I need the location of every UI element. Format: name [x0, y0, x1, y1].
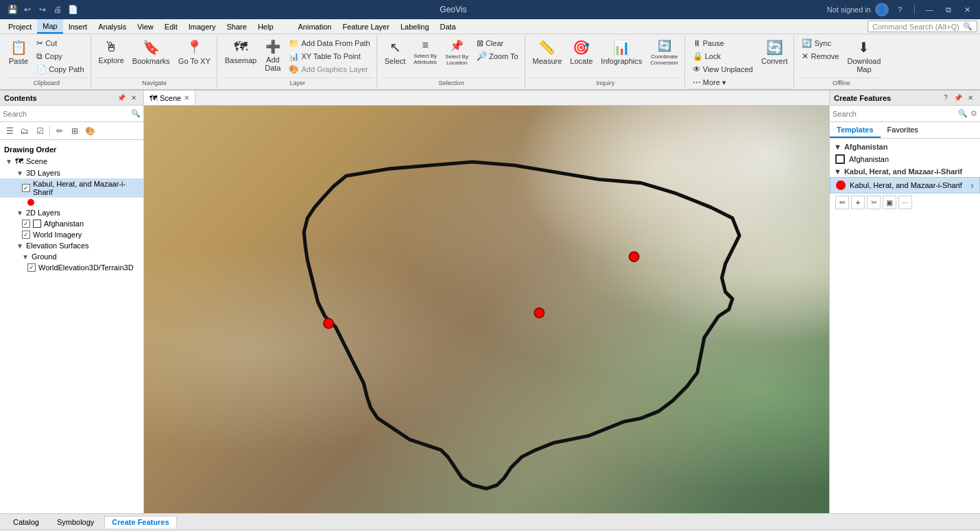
scene-tab[interactable]: 🗺 Scene ✕ — [144, 91, 195, 105]
terrain-layer-item[interactable]: WorldElevation3D/Terrain3D — [0, 262, 143, 273]
cf-shape-tool[interactable]: ▣ — [883, 196, 896, 209]
copy-button[interactable]: ⧉ Copy — [33, 50, 87, 62]
select-by-attributes-button[interactable]: ≡ Select ByAttributes — [410, 37, 440, 74]
xy-table-to-point-button[interactable]: 📊 XY Table To Point — [285, 50, 373, 62]
cf-cut-tool[interactable]: ✂ — [867, 196, 881, 209]
infographics-button[interactable]: 📊 Infographics — [597, 37, 645, 74]
cf-kabul-item[interactable]: Kabul, Herat, and Mazaar-i-Sharif › — [830, 177, 980, 193]
new-icon[interactable]: 📄 — [66, 3, 80, 16]
save-icon[interactable]: 💾 — [5, 3, 19, 16]
download-map-button[interactable]: ⬇ DownloadMap — [844, 37, 884, 74]
2d-layers-group[interactable]: ▼ 2D Layers — [0, 207, 143, 218]
new-group-layer-icon[interactable]: ⊞ — [68, 124, 82, 138]
sync-button[interactable]: 🔄 Sync — [798, 37, 842, 49]
cf-afghanistan-item[interactable]: Afghanistan — [830, 152, 980, 166]
cf-kabul-symbol — [836, 180, 846, 190]
menu-data[interactable]: Data — [435, 19, 462, 34]
view-unplaced-button[interactable]: 👁 View Unplaced — [689, 63, 756, 75]
help-button[interactable]: ? — [893, 3, 907, 16]
print-icon[interactable]: 🖨 — [51, 3, 64, 16]
world-imagery-layer-item[interactable]: World Imagery — [0, 229, 143, 240]
3d-layers-group[interactable]: ▼ 3D Layers — [0, 167, 143, 178]
select-by-location-button[interactable]: 📌 Select ByLocation — [442, 37, 472, 74]
contents-search-input[interactable] — [3, 110, 131, 118]
pin-icon[interactable]: 📌 — [116, 93, 127, 104]
go-to-xy-button[interactable]: 📍 Go To XY — [175, 37, 214, 74]
terrain-checkbox[interactable] — [27, 263, 36, 272]
explore-button[interactable]: 🖱 Explore — [95, 37, 128, 74]
elevation-surfaces-group[interactable]: ▼ Elevation Surfaces — [0, 240, 143, 251]
kabul-layer-checkbox[interactable] — [22, 184, 30, 192]
cf-close-button[interactable]: ✕ — [965, 93, 976, 104]
more-button[interactable]: ⋯ More ▾ — [689, 76, 756, 88]
menu-project[interactable]: Project — [3, 19, 37, 34]
symbology-icon[interactable]: 🎨 — [83, 124, 97, 138]
user-avatar[interactable]: 👤 — [875, 3, 889, 16]
ground-group[interactable]: ▼ Ground — [0, 251, 143, 262]
close-contents-button[interactable]: ✕ — [128, 93, 139, 104]
create-features-content: ▼ Afghanistan Afghanistan ▼ Kabul, Herat… — [830, 139, 980, 513]
zoom-to-button[interactable]: 🔎 Zoom To — [473, 50, 522, 62]
menu-edit[interactable]: Edit — [159, 19, 183, 34]
menu-animation[interactable]: Animation — [293, 19, 337, 34]
menu-map[interactable]: Map — [37, 19, 62, 34]
ribbon-group-navigate: 🖱 Explore 🔖 Bookmarks 📍 Go To XY Navigat… — [93, 36, 217, 88]
cf-point-tool[interactable]: + — [851, 196, 865, 209]
add-data-from-path-button[interactable]: 📁 Add Data From Path — [285, 37, 373, 49]
catalog-tab[interactable]: Catalog — [5, 516, 47, 528]
clear-button[interactable]: ⊠ Clear — [473, 37, 522, 49]
lock-button[interactable]: 🔒 Lock — [689, 50, 756, 62]
cf-search-settings-icon[interactable]: ⚙ — [970, 109, 977, 118]
minimize-button[interactable]: — — [922, 3, 936, 16]
add-data-button[interactable]: ➕ AddData — [261, 37, 284, 74]
favorites-tab[interactable]: Favorites — [881, 122, 925, 138]
menu-insert[interactable]: Insert — [63, 19, 93, 34]
menu-help[interactable]: Help — [252, 19, 279, 34]
menu-feature-layer[interactable]: Feature Layer — [337, 19, 394, 34]
copy-path-button[interactable]: 📄 Copy Path — [33, 63, 87, 75]
select-button[interactable]: ↖ Select — [381, 37, 409, 74]
scene-tab-close-button[interactable]: ✕ — [184, 94, 189, 102]
afghanistan-layer-item[interactable]: Afghanistan — [0, 218, 143, 229]
list-by-drawing-order-icon[interactable]: ☰ — [3, 124, 16, 138]
list-by-selection-icon[interactable]: ☑ — [33, 124, 47, 138]
edit-layer-icon[interactable]: ✏ — [53, 124, 67, 138]
cf-help-button[interactable]: ? — [940, 93, 951, 104]
menu-view[interactable]: View — [132, 19, 159, 34]
remove-button[interactable]: ✕ Remove — [798, 50, 842, 62]
pause-button[interactable]: ⏸ Pause — [689, 37, 756, 49]
cf-pin-button[interactable]: 📌 — [953, 93, 964, 104]
redo-icon[interactable]: ↪ — [36, 3, 49, 16]
search-icon: 🔍 — [963, 22, 972, 31]
command-search-bar[interactable]: Command Search (Alt+Q) 🔍 — [868, 21, 977, 32]
locate-button[interactable]: 🎯 Locate — [566, 37, 596, 74]
basemap-button[interactable]: 🗺 Basemap — [222, 37, 260, 74]
bookmarks-button[interactable]: 🔖 Bookmarks — [129, 37, 174, 74]
templates-tab[interactable]: Templates — [830, 122, 881, 138]
scene-item[interactable]: ▼ 🗺 Scene — [0, 155, 143, 167]
create-features-search-input[interactable] — [833, 110, 958, 118]
kabul-layer-item[interactable]: Kabul, Herat, and Mazaar-i-Sharif — [0, 178, 143, 198]
symbology-tab[interactable]: Symbology — [49, 516, 101, 528]
view-unplaced-icon: 👁 — [693, 64, 701, 74]
menu-labeling[interactable]: Labeling — [395, 19, 435, 34]
afghanistan-layer-checkbox[interactable] — [22, 220, 30, 228]
cut-button[interactable]: ✂ Cut — [33, 37, 87, 49]
add-graphics-layer-button[interactable]: 🎨 Add Graphics Layer — [285, 63, 373, 75]
create-features-tab[interactable]: Create Features — [104, 516, 176, 528]
scene-map[interactable] — [144, 106, 829, 513]
undo-icon[interactable]: ↩ — [21, 3, 34, 16]
convert-button[interactable]: 🔄 Convert — [758, 37, 791, 74]
menu-share[interactable]: Share — [222, 19, 252, 34]
cf-more-tools[interactable]: ··· — [898, 196, 912, 209]
menu-analysis[interactable]: Analysis — [93, 19, 132, 34]
close-button[interactable]: ✕ — [961, 3, 975, 16]
measure-button[interactable]: 📏 Measure — [529, 37, 566, 74]
list-by-data-source-icon[interactable]: 🗂 — [18, 124, 32, 138]
paste-button[interactable]: 📋 Paste — [5, 37, 32, 74]
coordinate-conversion-button[interactable]: 🔄 CoordinateConversion — [647, 37, 681, 74]
world-imagery-checkbox[interactable] — [22, 231, 30, 239]
maximize-button[interactable]: ⧉ — [942, 3, 955, 16]
cf-edit-tool[interactable]: ✏ — [835, 196, 849, 209]
menu-imagery[interactable]: Imagery — [183, 19, 222, 34]
